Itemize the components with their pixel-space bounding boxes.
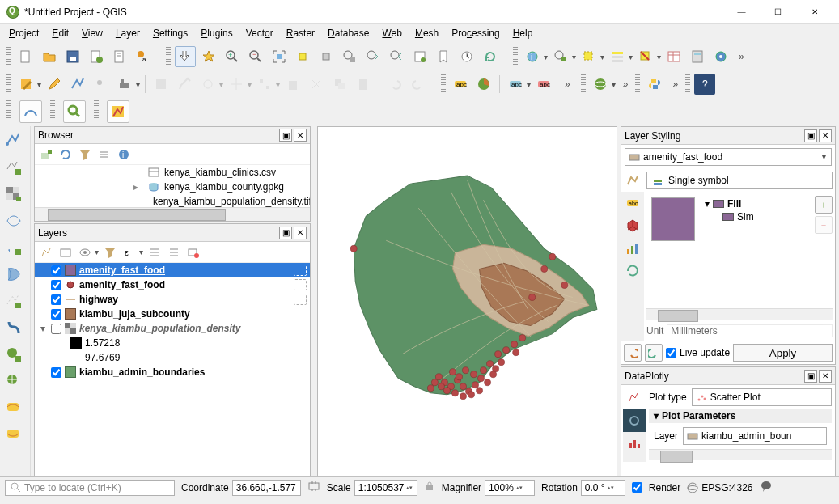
zoom-native-button[interactable] [339,46,360,67]
layers-close-button[interactable]: ✕ [294,227,307,239]
plotly-hscroll[interactable] [649,449,832,460]
menu-processing[interactable]: Processing [446,26,505,40]
browser-item[interactable]: ▸kenya_kiambu_county.gpkg [35,180,310,194]
menu-raster[interactable]: Raster [281,26,320,40]
layer-row[interactable]: highway [35,292,310,307]
menu-project[interactable]: Project [3,26,44,40]
menu-plugins[interactable]: Plugins [195,26,238,40]
cut-feature-button[interactable] [306,74,327,95]
web-button[interactable] [590,74,611,95]
layer-checkbox[interactable] [51,280,61,290]
toolbar-overflow-3[interactable]: » [623,78,629,90]
layer-row[interactable]: amenity_fast_food [35,263,310,277]
copy-feature-button[interactable] [329,74,350,95]
temporal-controller-button[interactable] [456,46,477,67]
new-print-layout-button[interactable] [86,46,107,67]
style-manager-button[interactable]: a [133,46,154,67]
close-button[interactable]: ✕ [796,0,833,24]
plot-canvas-tab[interactable] [623,432,646,455]
layer-checkbox[interactable] [51,324,61,334]
label-toolbar-1[interactable]: abc [450,74,471,95]
renderer-combo[interactable]: Single symbol [646,172,833,189]
new-map-view-button[interactable] [409,46,430,67]
label-pin-button[interactable]: abc [533,74,554,95]
layer-row[interactable]: kiambu_admin_boundaries [35,365,310,379]
open-project-button[interactable] [39,46,60,67]
toolbox-button[interactable] [710,46,731,67]
field-calculator-button[interactable] [687,46,708,67]
remove-symbol-button[interactable]: － [815,216,833,234]
pan-button[interactable] [175,46,196,67]
layer-row[interactable]: kiambu_juja_subcounty [35,307,310,321]
3d-tab[interactable] [621,214,644,237]
symbol-preview[interactable] [651,197,695,241]
zoom-last-button[interactable] [362,46,383,67]
digitize-shape-button[interactable] [197,74,218,95]
messages-button[interactable] [760,480,773,495]
dataplotly-undock-button[interactable]: ▣ [804,370,817,383]
expand-all-icon[interactable] [146,244,163,260]
menu-layer[interactable]: Layer [110,26,146,40]
apply-button[interactable]: Apply [733,344,833,362]
add-xyz-button[interactable] [2,370,25,392]
add-vector-plus-button[interactable] [2,156,25,179]
pan-to-selection-button[interactable] [198,46,219,67]
browser-hscroll[interactable] [35,207,310,221]
add-delimited-button[interactable]: , [2,236,25,259]
layer-child-row[interactable]: 97.6769 [35,350,310,365]
map-canvas[interactable] [317,126,617,476]
add-layer-icon[interactable] [38,146,54,163]
lock-scale-icon[interactable] [424,481,435,494]
expand-icon[interactable]: ▾ [38,323,48,334]
add-virtual-button[interactable] [2,290,25,312]
menu-mesh[interactable]: Mesh [409,26,444,40]
layer-row[interactable]: amenity_fast_food [35,277,310,292]
refresh-icon[interactable] [57,146,74,163]
labels-tab[interactable]: abc [621,192,644,214]
browser-close-button[interactable]: ✕ [294,129,307,142]
menu-database[interactable]: Database [322,26,375,40]
add-vector-button[interactable] [2,129,25,152]
plot-parameters-header[interactable]: ▾Plot Parameters [649,409,832,423]
plugin-button-2[interactable] [63,100,86,123]
browser-item[interactable]: kenya_kiambu_population_density.tif [35,194,310,208]
rotation-input[interactable]: 0.0 °▴▾ [581,480,625,496]
collapse-icon[interactable] [96,146,112,163]
styling-hscroll[interactable] [646,308,833,320]
vertex-tool-button[interactable] [254,74,275,95]
add-postgis-button[interactable] [2,316,25,339]
maximize-button[interactable]: ☐ [760,0,796,24]
redo-button[interactable] [408,74,429,95]
visibility-icon[interactable] [77,244,93,260]
python-button[interactable] [644,74,665,95]
menu-edit[interactable]: Edit [46,26,74,40]
toolbar-overflow-1[interactable]: » [739,51,744,62]
digitize-button[interactable] [114,74,135,95]
layers-undock-button[interactable]: ▣ [279,227,292,239]
browser-item[interactable]: kenya_kiambu_clinics.csv [35,165,310,180]
edits-button[interactable] [15,74,36,95]
add-feature-button[interactable] [91,74,112,95]
new-project-button[interactable] [15,46,36,67]
symbol-tree-fill[interactable]: ▾Fill [705,197,810,210]
zoom-to-layer-button[interactable] [316,46,337,67]
styling-close-button[interactable]: ✕ [819,129,832,142]
plugin-button-1[interactable] [19,100,42,123]
plot-type-combo[interactable]: Scatter Plot [692,388,832,406]
plot-layer-combo[interactable]: kiambu_admin_boun [683,427,827,445]
plot-settings-tab[interactable] [623,387,646,409]
select-by-value-button[interactable] [607,46,628,67]
filter-icon[interactable] [77,146,93,163]
symbol-tree-simple[interactable]: Sim [705,210,810,223]
unit-combo[interactable]: Millimeters [667,324,833,337]
help-button[interactable]: ? [694,74,715,95]
locator-input[interactable]: Type to locate (Ctrl+K) [5,480,175,496]
move-feature-button[interactable] [226,74,247,95]
menu-vector[interactable]: Vector [240,26,279,40]
identify-button[interactable]: i [522,46,543,67]
diagram-tab[interactable] [621,237,644,260]
coordinate-input[interactable]: 36.660,-1.577 [232,480,301,496]
layer-row[interactable]: ▾ kenya_kiambu_population_density [35,321,310,336]
add-point-button[interactable] [174,74,195,95]
minimize-button[interactable]: — [723,0,760,24]
